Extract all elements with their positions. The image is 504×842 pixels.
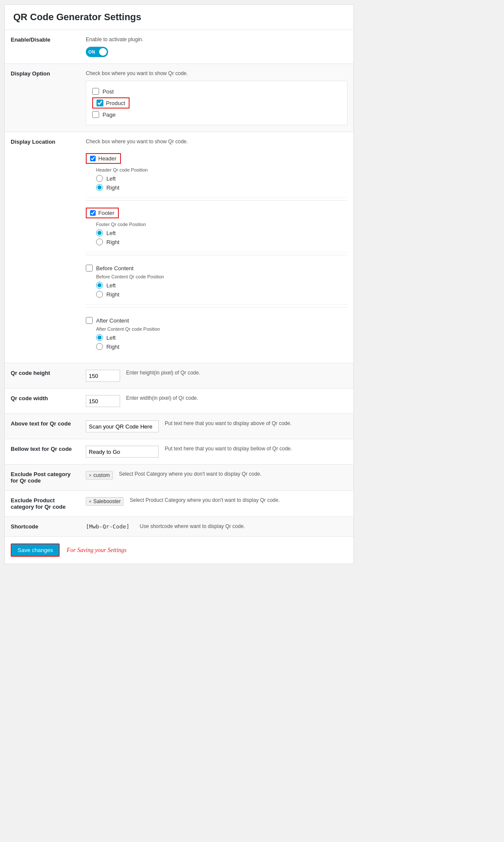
exclude-post-content: × custom Select Post Category where you … <box>80 465 353 490</box>
after-left: Left <box>96 334 347 341</box>
qr-width-desc: Enter width(in pixel) of Qr code. <box>126 395 198 401</box>
label-before-content: Before Content <box>96 265 133 272</box>
tag-custom[interactable]: × custom <box>86 471 113 480</box>
toggle-label: ON <box>88 50 95 54</box>
label-before-right: Right <box>106 291 119 298</box>
bellow-text-desc: Put text here that you want to display b… <box>165 446 292 452</box>
qr-height-desc: Enter height(in pixel) of Qr code. <box>126 370 200 376</box>
product-highlighted: Product <box>92 97 130 109</box>
label-header-left: Left <box>106 175 116 182</box>
exclude-post-tags: × custom <box>86 471 113 480</box>
bellow-text-content: Put text here that you want to display b… <box>80 439 353 464</box>
radio-header-left[interactable] <box>96 175 103 182</box>
checkbox-before-content[interactable] <box>86 265 93 272</box>
header-position-label: Header Qr code Position <box>96 167 347 172</box>
display-option-box: Post Product Page <box>86 81 347 125</box>
toggle-knob <box>99 48 107 56</box>
option-product: Product <box>92 97 341 109</box>
checkbox-page[interactable] <box>92 111 99 118</box>
enable-disable-row: Enable/Disable Enable to activate plugin… <box>5 30 353 64</box>
option-post: Post <box>92 88 341 95</box>
tag-custom-remove[interactable]: × <box>89 473 91 478</box>
qr-width-row: Qr code width Enter width(in pixel) of Q… <box>5 389 353 414</box>
qr-height-input[interactable] <box>86 370 120 382</box>
display-option-desc: Check box where you want to show Qr code… <box>86 70 347 76</box>
header-right: Right <box>96 184 347 191</box>
display-option-label: Display Option <box>5 64 80 132</box>
before-left: Left <box>96 282 347 289</box>
toggle-wrap[interactable]: ON <box>86 47 347 57</box>
footer-position-label: Footer Qr code Position <box>96 222 347 227</box>
header-highlighted: Header <box>86 153 121 164</box>
above-text-desc: Put text here that you want to display a… <box>165 420 292 426</box>
bellow-text-row: Bellow text for Qr code Put text here th… <box>5 439 353 465</box>
shortcode-value: [Mwb-Qr-Code] <box>86 523 130 530</box>
label-after-content: After Content <box>96 317 129 324</box>
qr-width-input[interactable] <box>86 395 120 407</box>
display-location-content: Check box where you want to show Qr code… <box>80 132 353 363</box>
radio-after-left[interactable] <box>96 334 103 341</box>
label-product: Product <box>106 100 125 106</box>
option-page: Page <box>92 111 341 118</box>
radio-before-right[interactable] <box>96 291 103 298</box>
radio-before-left[interactable] <box>96 282 103 289</box>
bellow-text-inputs: Put text here that you want to display b… <box>86 446 347 458</box>
after-right: Right <box>96 343 347 350</box>
location-header: Header Header Qr code Position Left Righ… <box>86 149 347 198</box>
label-before-left: Left <box>106 282 116 289</box>
above-text-input[interactable] <box>86 420 159 432</box>
exclude-post-desc: Select Post Category where you don't wan… <box>119 471 261 477</box>
qr-height-row: Qr code height Enter height(in pixel) of… <box>5 363 353 389</box>
checkbox-header[interactable] <box>90 156 96 161</box>
location-footer-row: Footer <box>86 208 347 218</box>
radio-footer-right[interactable] <box>96 238 103 245</box>
save-note: For Saving your Settings <box>66 547 127 554</box>
radio-after-right[interactable] <box>96 343 103 350</box>
footer-highlighted: Footer <box>86 208 119 218</box>
exclude-product-desc: Select Product Category where you don't … <box>130 497 280 503</box>
qr-width-content: Enter width(in pixel) of Qr code. <box>80 389 353 413</box>
display-location-row: Display Location Check box where you wan… <box>5 132 353 363</box>
checkbox-footer[interactable] <box>90 210 96 216</box>
enable-toggle[interactable]: ON <box>86 47 108 57</box>
header-left: Left <box>96 175 347 182</box>
qr-height-content: Enter height(in pixel) of Qr code. <box>80 363 353 388</box>
above-text-label: Above text for Qr code <box>5 414 80 439</box>
above-text-content: Put text here that you want to display a… <box>80 414 353 439</box>
footer-right: Right <box>96 238 347 245</box>
checkbox-post[interactable] <box>92 88 99 95</box>
label-header-right: Right <box>106 184 119 191</box>
label-footer-left: Left <box>106 230 116 236</box>
before-content-row: Before Content <box>86 265 347 272</box>
above-text-row: Above text for Qr code Put text here tha… <box>5 414 353 439</box>
label-post: Post <box>103 88 114 95</box>
save-row: Save changes For Saving your Settings <box>5 537 353 564</box>
before-right: Right <box>96 291 347 298</box>
shortcode-inputs: [Mwb-Qr-Code] Use shortcode where want t… <box>86 523 347 530</box>
enable-disable-content: Enable to activate plugin. ON <box>80 30 353 63</box>
shortcode-content: [Mwb-Qr-Code] Use shortcode where want t… <box>80 517 353 536</box>
label-footer: Footer <box>98 210 115 216</box>
location-header-row: Header <box>86 153 347 164</box>
header-position-group: Header Qr code Position Left Right <box>96 167 347 191</box>
display-option-content: Check box where you want to show Qr code… <box>80 64 353 132</box>
radio-footer-left[interactable] <box>96 229 103 236</box>
checkbox-after-content[interactable] <box>86 317 93 324</box>
tag-salebooster-remove[interactable]: × <box>89 499 91 504</box>
radio-header-right[interactable] <box>96 184 103 191</box>
qr-height-inputs: Enter height(in pixel) of Qr code. <box>86 370 347 382</box>
tag-salebooster-label: Salebooster <box>93 498 121 504</box>
location-footer: Footer Footer Qr code Position Left Righ… <box>86 203 347 252</box>
bellow-text-input[interactable] <box>86 446 159 458</box>
shortcode-row: Shortcode [Mwb-Qr-Code] Use shortcode wh… <box>5 517 353 537</box>
tag-salebooster[interactable]: × Salebooster <box>86 497 124 506</box>
before-content-position-label: Before Content Qr code Position <box>96 274 347 279</box>
label-footer-right: Right <box>106 239 119 245</box>
save-button[interactable]: Save changes <box>11 543 60 557</box>
qr-height-label: Qr code height <box>5 363 80 388</box>
before-content-position-group: Before Content Qr code Position Left Rig… <box>96 274 347 298</box>
shortcode-desc: Use shortcode where want to display Qr c… <box>140 523 245 529</box>
checkbox-product[interactable] <box>97 100 103 106</box>
tag-custom-label: custom <box>93 472 110 478</box>
footer-left: Left <box>96 229 347 236</box>
